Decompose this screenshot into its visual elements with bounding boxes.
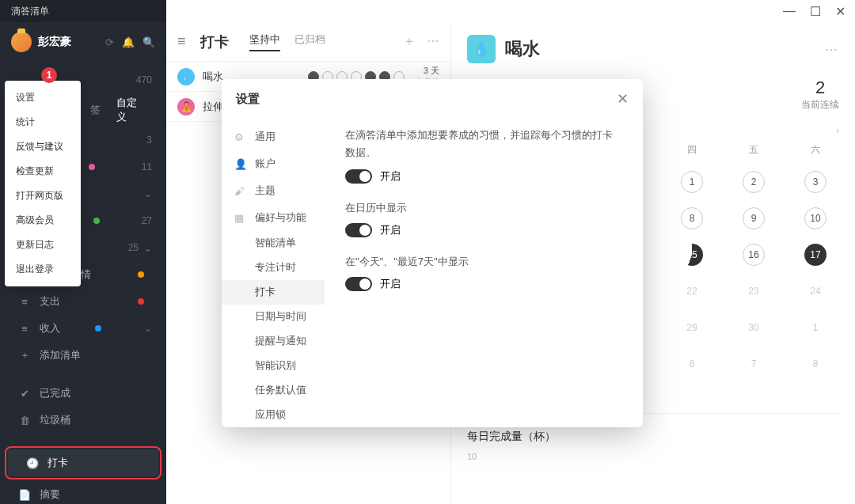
gear-icon: ⚙ xyxy=(234,131,249,143)
nav-item-shouru[interactable]: ≡收入⌄ xyxy=(0,315,166,342)
sync-icon[interactable]: ⟳ xyxy=(105,36,114,48)
user-header[interactable]: 彭宏豪 ⟳ 🔔 🔍 xyxy=(0,22,166,62)
calendar-display-label: 在日历中显示 xyxy=(345,201,619,215)
stat-label: 当前连续 xyxy=(801,98,839,112)
nav-item-done[interactable]: ✔已完成 xyxy=(0,380,166,407)
user-icon: 👤 xyxy=(234,158,249,170)
menu-stats[interactable]: 统计 xyxy=(5,110,81,135)
tab-active-habits[interactable]: 坚持中 xyxy=(249,32,280,51)
highlight-box-daka: 🕘打卡 xyxy=(5,446,162,479)
menu-premium[interactable]: 高级会员 xyxy=(5,208,81,233)
toggle-label: 开启 xyxy=(380,223,401,237)
settings-modal: 设置 ✕ ⚙通用 👤账户 🖌主题 ▦偏好与功能 智能清单 专注计时 打卡 日期与… xyxy=(222,79,643,427)
modal-title: 设置 xyxy=(236,92,260,107)
detail-water-icon: 💧 xyxy=(467,35,496,63)
nav-item-zhaiyao[interactable]: 📄摘要 xyxy=(0,481,166,504)
tab-archived-habits[interactable]: 已归档 xyxy=(294,32,325,51)
search-icon[interactable]: 🔍 xyxy=(142,36,155,48)
menu-web[interactable]: 打开网页版 xyxy=(5,184,81,208)
sub-nlp[interactable]: 智能识别 xyxy=(222,354,325,378)
next-month-icon[interactable]: › xyxy=(836,124,839,136)
note-icon: 📄 xyxy=(17,489,32,501)
settings-account[interactable]: 👤账户 xyxy=(222,150,325,177)
nav-item-zhichu[interactable]: ≡支出 xyxy=(0,288,166,315)
menu-update[interactable]: 检查更新 xyxy=(5,159,81,184)
color-dot-blue xyxy=(95,325,101,332)
minimize-button[interactable]: — xyxy=(783,4,796,18)
list-icon: ≡ xyxy=(17,323,32,335)
yaxis-label: 10 xyxy=(467,452,839,461)
sub-daka[interactable]: 打卡 xyxy=(222,280,325,305)
nav-item-add[interactable]: ＋添加清单 xyxy=(0,342,166,369)
sub-datetime[interactable]: 日期与时间 xyxy=(222,305,325,329)
habit-panel-header: ≡ 打卡 坚持中 已归档 ＋ ⋯ xyxy=(166,22,450,62)
modal-header: 设置 ✕ xyxy=(222,79,643,119)
brush-icon: 🖌 xyxy=(234,185,249,197)
sub-defaults[interactable]: 任务默认值 xyxy=(222,378,325,403)
check-icon: ✔ xyxy=(17,388,32,400)
water-icon: 💧 xyxy=(177,68,195,85)
panel-title: 打卡 xyxy=(200,32,229,51)
detail-title: 喝水 xyxy=(505,37,815,61)
grid-icon: ▦ xyxy=(234,212,249,224)
nav-item-daka[interactable]: 🕘打卡 xyxy=(8,449,158,476)
color-dot-green xyxy=(93,218,100,224)
sidebar-tab-b[interactable]: 自定义 xyxy=(116,96,138,124)
feature-description: 在滴答清单中添加想要养成的习惯，并追踪每个习惯的打卡数据。 xyxy=(345,127,619,161)
toggle-label: 开启 xyxy=(380,277,401,291)
settings-content: 在滴答清单中添加想要养成的习惯，并追踪每个习惯的打卡数据。 开启 在日历中显示 … xyxy=(325,119,643,427)
today-toggle[interactable] xyxy=(345,277,372,291)
menu-settings[interactable]: 设置 xyxy=(5,85,81,110)
habit-toggle[interactable] xyxy=(345,169,372,184)
settings-general[interactable]: ⚙通用 xyxy=(222,123,325,150)
trash-icon: 🗑 xyxy=(17,415,32,426)
username: 彭宏豪 xyxy=(38,35,105,49)
sub-reminder[interactable]: 提醒与通知 xyxy=(222,329,325,354)
close-window-button[interactable]: ✕ xyxy=(835,4,846,19)
color-dot-red xyxy=(138,298,144,305)
list-icon: ≡ xyxy=(17,296,32,308)
sub-focus[interactable]: 专注计时 xyxy=(222,256,325,280)
profile-menu: 设置 统计 反馈与建议 检查更新 打开网页版 高级会员 更新日志 退出登录 xyxy=(5,81,81,286)
daily-completion-title: 每日完成量（杯） xyxy=(467,430,839,444)
bell-icon[interactable]: 🔔 xyxy=(122,36,135,48)
sidebar: 彭宏豪 ⟳ 🔔 🔍 设置 统计 反馈与建议 检查更新 打开网页版 高级会员 更新… xyxy=(0,22,166,504)
settings-theme[interactable]: 🖌主题 xyxy=(222,177,325,204)
settings-features[interactable]: ▦偏好与功能 xyxy=(222,204,325,231)
nav-item-trash[interactable]: 🗑垃圾桶 xyxy=(0,407,166,434)
clock-icon: 🕘 xyxy=(25,457,40,469)
calendar-toggle[interactable] xyxy=(345,223,372,237)
detail-more-icon[interactable]: ⋯ xyxy=(825,42,839,57)
habit-tabs: 坚持中 已归档 xyxy=(249,32,325,51)
settings-sidebar: ⚙通用 👤账户 🖌主题 ▦偏好与功能 智能清单 专注计时 打卡 日期与时间 提醒… xyxy=(222,119,325,427)
menu-changelog[interactable]: 更新日志 xyxy=(5,233,81,257)
avatar[interactable] xyxy=(11,32,32,52)
plus-icon: ＋ xyxy=(17,348,32,362)
sub-applock[interactable]: 应用锁 xyxy=(222,403,325,427)
app-name: 滴答清单 xyxy=(11,5,49,18)
menu-logout[interactable]: 退出登录 xyxy=(5,257,81,282)
menu-feedback[interactable]: 反馈与建议 xyxy=(5,135,81,159)
sidebar-tab-a[interactable]: 签 xyxy=(90,103,101,117)
stretch-icon: 🧘 xyxy=(177,98,195,116)
toggle-label: 开启 xyxy=(380,169,401,184)
more-icon[interactable]: ⋯ xyxy=(427,33,439,50)
hamburger-icon[interactable]: ≡ xyxy=(177,33,186,50)
modal-close-button[interactable]: ✕ xyxy=(617,90,629,108)
today-display-label: 在"今天"、"最近7天"中显示 xyxy=(345,255,619,269)
color-dot-pink xyxy=(89,164,95,170)
window-controls: — ☐ ✕ xyxy=(166,0,855,22)
maximize-button[interactable]: ☐ xyxy=(810,4,821,19)
add-habit-icon[interactable]: ＋ xyxy=(403,33,416,50)
sub-smartlist[interactable]: 智能清单 xyxy=(222,231,325,256)
stat-number: 2 xyxy=(801,78,839,98)
detail-header: 💧 喝水 ⋯ xyxy=(467,35,839,63)
callout-badge-1: 1 xyxy=(41,67,57,83)
color-dot-orange xyxy=(138,271,144,278)
